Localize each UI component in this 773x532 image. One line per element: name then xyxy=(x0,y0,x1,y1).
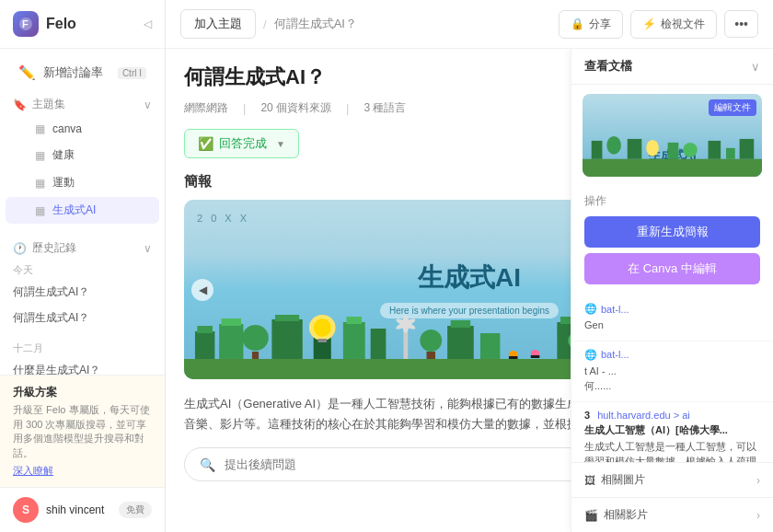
history-item[interactable]: 何謂生成式AI？ xyxy=(0,306,165,330)
regenerate-button[interactable]: 重新生成簡報 xyxy=(584,216,760,248)
edit-icon: ✏️ xyxy=(18,64,36,81)
keyboard-shortcut: Ctrl I xyxy=(118,67,146,79)
operations-title: 操作 xyxy=(584,193,760,209)
sidebar-sub-label: 運動 xyxy=(52,175,75,191)
panel-header: 查看文檔 ∨ xyxy=(571,49,773,85)
result-item-harvard: 3 hult.harvard.edu > ai 生成人工智慧（AI）[哈佛大學.… xyxy=(571,402,773,463)
svg-rect-49 xyxy=(709,140,721,158)
sidebar-item-generative-ai[interactable]: ▦ 生成式AI xyxy=(6,197,159,224)
svg-rect-51 xyxy=(740,138,755,158)
svg-rect-9 xyxy=(271,319,302,359)
topics-toggle[interactable]: ∨ xyxy=(144,98,152,111)
app-logo: F Felo xyxy=(13,11,76,37)
result-heading: 生成人工智慧（AI）[哈佛大學... xyxy=(584,423,760,437)
svg-point-7 xyxy=(242,325,269,351)
sidebar-sub-label: 健康 xyxy=(52,147,75,163)
breadcrumb-separator: / xyxy=(263,17,267,31)
related-videos-section[interactable]: 🎬 相關影片 › xyxy=(571,497,773,532)
svg-rect-4 xyxy=(197,326,213,333)
svg-text:F: F xyxy=(22,18,29,29)
svg-rect-43 xyxy=(592,140,603,158)
prev-slide-button[interactable]: ◀ xyxy=(191,279,213,301)
presentation-title: 生成式AI xyxy=(418,260,521,295)
check-circle-icon: ✅ xyxy=(198,136,213,151)
svg-point-13 xyxy=(314,318,331,337)
history-icon: 🕐 xyxy=(13,242,27,255)
user-badge: 免費 xyxy=(119,502,152,518)
panel-close-button[interactable]: ∨ xyxy=(751,60,760,74)
result-text: Gen xyxy=(584,318,760,333)
svg-rect-8 xyxy=(252,352,259,359)
upgrade-description: 升級至 Felo 專屬版，每天可使用 300 次專屬版搜尋，並可享用多個進階模型… xyxy=(13,403,152,460)
sidebar-item-new-discussion[interactable]: ✏️ 新增討論率 Ctrl I xyxy=(6,57,159,88)
sidebar-sub-label: canva xyxy=(52,122,82,135)
today-label: 今天 xyxy=(0,260,165,279)
svg-rect-15 xyxy=(343,322,365,359)
sidebar: F Felo ◁ ✏️ 新增討論率 Ctrl I 🔖 主題集 ∨ ▦ canva… xyxy=(0,0,166,532)
svg-rect-10 xyxy=(275,315,299,321)
check-document-button[interactable]: ⚡ 檢視文件 xyxy=(630,10,717,39)
history-section-header: 🕐 歷史記錄 ∨ xyxy=(0,233,165,260)
brief-title: 簡報 xyxy=(184,173,212,191)
sidebar-sub-label: 生成式AI xyxy=(52,202,96,218)
result-source: 3 hult.harvard.edu > ai xyxy=(584,410,760,421)
upgrade-link[interactable]: 深入瞭解 xyxy=(13,464,152,478)
edit-canva-button[interactable]: 在 Canva 中編輯 xyxy=(584,253,760,284)
svg-rect-23 xyxy=(427,352,436,359)
panel-results: 🌐 bat-l... Gen 🌐 bat-l... t AI - ...何...… xyxy=(571,288,773,462)
result-item: 🌐 bat-l... Gen xyxy=(571,295,773,341)
harvard-source: hult.harvard.edu > ai xyxy=(597,410,690,421)
sidebar-header: F Felo ◁ xyxy=(0,0,165,49)
share-button[interactable]: 🔒 分享 xyxy=(559,10,623,39)
related-images-section[interactable]: 🖼 相關圖片 › xyxy=(571,462,773,497)
topbar-right: 🔒 分享 ⚡ 檢視文件 ••• xyxy=(559,10,758,39)
history-item[interactable]: 何謂生成式AI？ xyxy=(0,280,165,305)
sidebar-nav: ✏️ 新增討論率 Ctrl I 🔖 主題集 ∨ ▦ canva ▦ 健康 ▦ 運… xyxy=(0,49,165,375)
result-source: 🌐 bat-l... xyxy=(584,349,760,361)
history-label: 歷史記錄 xyxy=(32,240,76,256)
right-panel: 查看文檔 ∨ 編輯文件 生成式AI xyxy=(571,49,773,532)
chevron-right-icon: › xyxy=(756,509,760,522)
grid-icon: ▦ xyxy=(35,177,45,190)
content-area: 何謂生成式AI？ 網際網路 | 20 個資料來源 | 3 種語言 ✅ 回答完成 … xyxy=(166,49,773,532)
panel-title: 查看文檔 xyxy=(584,58,632,75)
svg-rect-28 xyxy=(509,356,518,359)
meta-source: 網際網路 xyxy=(184,100,228,116)
operations-section: 操作 重新生成簡報 在 Canva 中編輯 xyxy=(571,186,773,288)
result-text: t AI - ...何...... xyxy=(584,364,760,394)
svg-rect-26 xyxy=(480,333,500,359)
svg-rect-6 xyxy=(222,318,241,326)
doc-preview: 編輯文件 生成式AI xyxy=(583,94,762,177)
sidebar-item-health[interactable]: ▦ 健康 xyxy=(6,142,159,168)
result-source: 🌐 bat-l... xyxy=(584,303,760,315)
search-icon: 🔍 xyxy=(200,457,215,472)
history-item[interactable]: 什麼是生成式AI？ xyxy=(0,358,165,375)
answer-status[interactable]: ✅ 回答完成 ▼ xyxy=(184,129,299,158)
dropdown-arrow-icon: ▼ xyxy=(276,139,285,149)
svg-rect-17 xyxy=(371,329,386,359)
sidebar-collapse-btn[interactable]: ◁ xyxy=(144,17,152,30)
avatar: S xyxy=(13,497,39,523)
answer-status-text: 回答完成 xyxy=(219,135,267,152)
svg-point-22 xyxy=(420,330,442,352)
svg-rect-5 xyxy=(219,324,243,359)
more-options-button[interactable]: ••• xyxy=(724,10,758,38)
svg-rect-14 xyxy=(317,339,327,342)
share-icon: 🔒 xyxy=(571,17,584,30)
result-item: 🌐 bat-l... t AI - ...何...... xyxy=(571,341,773,402)
join-topic-button[interactable]: 加入主題 xyxy=(180,9,256,39)
sidebar-item-canva[interactable]: ▦ canva xyxy=(6,117,159,141)
grid-icon: ▦ xyxy=(35,204,45,217)
svg-rect-45 xyxy=(628,138,642,158)
svg-rect-42 xyxy=(583,158,762,177)
sidebar-item-sport[interactable]: ▦ 運動 xyxy=(6,169,159,196)
bookmark-icon: 🔖 xyxy=(13,98,27,111)
upgrade-section: 升級方案 升級至 Felo 專屬版，每天可使用 300 次專屬版搜尋，並可享用多… xyxy=(0,375,165,487)
svg-point-48 xyxy=(683,142,698,156)
main-content: 加入主題 / 何謂生成式AI？ 🔒 分享 ⚡ 檢視文件 ••• 何謂生成式AI？… xyxy=(166,0,773,532)
breadcrumb-current: 何謂生成式AI？ xyxy=(274,16,357,32)
history-toggle[interactable]: ∨ xyxy=(144,242,152,255)
svg-rect-16 xyxy=(346,317,362,324)
globe-icon: 🌐 xyxy=(584,303,597,315)
svg-rect-3 xyxy=(195,331,214,359)
